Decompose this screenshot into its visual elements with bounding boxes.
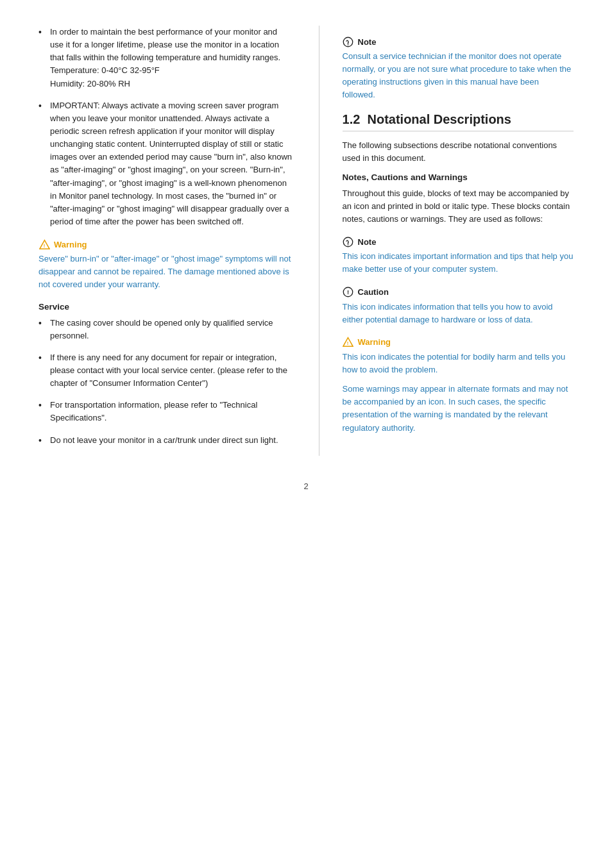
warning-block-1: ! Warning Severe" burn-in" or "after-ima… bbox=[38, 238, 293, 291]
bullet-item-2-text: IMPORTANT: Always activate a moving scre… bbox=[50, 101, 292, 226]
section-title-text: Notational Descriptions bbox=[367, 112, 511, 126]
warning-block-2: ! Warning This icon indicates the potent… bbox=[343, 337, 574, 435]
note-block-top: Note Consult a service technician if the… bbox=[343, 36, 574, 102]
warning-body-2a: This icon indicates the potential for bo… bbox=[343, 351, 574, 376]
service-item-1-text: The casing cover should be opened only b… bbox=[50, 318, 273, 340]
bullet-item-1-text: In order to maintain the best performanc… bbox=[50, 27, 280, 62]
service-list: The casing cover should be opened only b… bbox=[38, 317, 293, 447]
service-item-3: For transportation information, please r… bbox=[38, 399, 293, 424]
subsection-notes-cautions-warnings: Notes, Cautions and Warnings bbox=[343, 172, 574, 182]
svg-point-2 bbox=[348, 44, 348, 45]
bullet-item-1-sub2: Humidity: 20-80% RH bbox=[50, 79, 130, 88]
section-intro: The following subsections describe notat… bbox=[343, 139, 574, 165]
note-body-2: This icon indicates important informatio… bbox=[343, 250, 574, 276]
svg-point-4 bbox=[348, 244, 348, 245]
warning-label-1: Warning bbox=[54, 240, 87, 249]
warning-header-1: ! Warning bbox=[38, 238, 293, 250]
service-item-1: The casing cover should be opened only b… bbox=[38, 317, 293, 342]
note-icon-2 bbox=[343, 236, 354, 247]
service-item-2: If there is any need for any document fo… bbox=[38, 351, 293, 390]
note-block-2: Note This icon indicates important infor… bbox=[343, 236, 574, 276]
note-label-2: Note bbox=[358, 237, 377, 247]
left-column: In order to maintain the best performanc… bbox=[38, 26, 293, 456]
caution-icon-1: ! bbox=[343, 287, 354, 298]
page: In order to maintain the best performanc… bbox=[0, 0, 612, 868]
svg-text:!: ! bbox=[347, 341, 349, 347]
bullet-item-2: IMPORTANT: Always activate a moving scre… bbox=[38, 99, 293, 228]
warning-icon-1: ! bbox=[38, 238, 50, 250]
bullet-item-1-sub1: Temperature: 0-40°C 32-95°F bbox=[50, 65, 160, 75]
note-header-2: Note bbox=[343, 236, 574, 247]
warning-header-2: ! Warning bbox=[343, 337, 574, 348]
service-item-4-text: Do not leave your monitor in a car/trunk… bbox=[50, 435, 278, 445]
caution-block-1: ! Caution This icon indicates informatio… bbox=[343, 287, 574, 326]
section-number: 1.2 bbox=[343, 112, 361, 126]
caution-header-1: ! Caution bbox=[343, 287, 574, 298]
service-title: Service bbox=[38, 302, 293, 312]
caution-body-1: This icon indicates information that tel… bbox=[343, 301, 574, 326]
svg-text:!: ! bbox=[43, 243, 45, 249]
right-column: Note Consult a service technician if the… bbox=[319, 26, 574, 456]
service-item-3-text: For transportation information, please r… bbox=[50, 400, 257, 422]
note-body-top: Consult a service technician if the moni… bbox=[343, 50, 574, 102]
service-item-4: Do not leave your monitor in a car/trunk… bbox=[38, 434, 293, 447]
two-column-layout: In order to maintain the best performanc… bbox=[38, 26, 574, 456]
note-icon-top bbox=[343, 36, 354, 47]
warning-icon-2: ! bbox=[343, 337, 354, 348]
bullet-list: In order to maintain the best performanc… bbox=[38, 26, 293, 228]
service-section: Service The casing cover should be opene… bbox=[38, 302, 293, 447]
service-item-2-text: If there is any need for any document fo… bbox=[50, 353, 287, 388]
subsection-intro: Throughout this guide, blocks of text ma… bbox=[343, 187, 574, 226]
svg-text:!: ! bbox=[347, 289, 349, 296]
warning-label-2: Warning bbox=[358, 337, 391, 347]
caution-label-1: Caution bbox=[358, 287, 389, 297]
bullet-item-1: In order to maintain the best performanc… bbox=[38, 26, 293, 90]
page-number: 2 bbox=[38, 481, 574, 491]
warning-body-1: Severe" burn-in" or "after-image" or "gh… bbox=[38, 253, 293, 291]
note-header-top: Note bbox=[343, 36, 574, 47]
section-title-1-2: 1.2 Notational Descriptions bbox=[343, 112, 574, 131]
warning-body-2b: Some warnings may appear in alternate fo… bbox=[343, 383, 574, 435]
note-label-top: Note bbox=[358, 37, 377, 47]
